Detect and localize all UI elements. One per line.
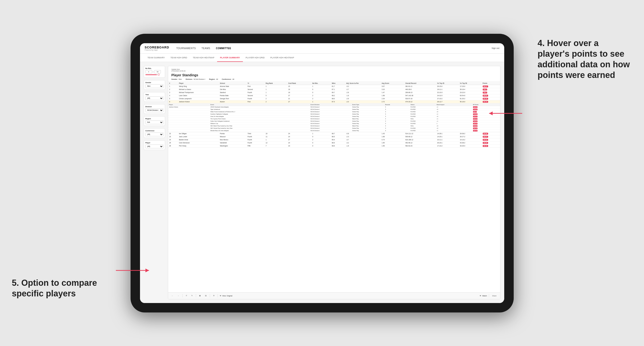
table-row[interactable]: 22 Ian Gilligan Florida Third 10 24 1 68… xyxy=(168,132,500,135)
toolbar-right: 👁 Watch Share xyxy=(480,294,498,297)
table-row[interactable]: 25 Cole Sherwood Vanderbilt Fourth 12 24… xyxy=(168,141,500,144)
filter-division-select[interactable]: NCAA Division I xyxy=(146,108,164,112)
list-item: Jackson Kolson UNCW Seahawk Intercollegi… xyxy=(168,106,500,108)
rank-badge: 40.7 xyxy=(473,111,477,113)
list-item: Amer An Intercollegiate NCAA Division I … xyxy=(168,115,500,118)
points-badge[interactable]: 60.27 xyxy=(483,136,488,138)
tab-team-h2h-grid[interactable]: TEAM H2H GRID xyxy=(168,54,190,62)
main-content: No Rds. – Gende xyxy=(140,62,504,303)
separator-5 xyxy=(489,294,489,297)
rank-badge: 25.90 xyxy=(473,125,478,127)
data-table-wrapper[interactable]: # Player School Yr Reg Rank Conf Rank No… xyxy=(168,82,500,292)
standings-title: Player Standings xyxy=(172,73,497,77)
table-row[interactable]: 5 Christo Lamprecht Georgia Tech Fourth … xyxy=(168,97,500,100)
table-row[interactable]: 3 Michael Thorbjornsen Stanford Fourth 1… xyxy=(168,91,500,94)
points-badge[interactable]: 70.2 xyxy=(483,92,488,94)
filter-region-select[interactable]: N/A xyxy=(146,120,164,124)
table-row[interactable]: 26 Petr Hruby Washington Fifth 7 23 0 68… xyxy=(168,144,500,147)
filter-conference-display: Conference: All xyxy=(222,78,234,80)
filter-conference-select[interactable]: (All) xyxy=(146,133,164,136)
logo-text: SCOREBOARD xyxy=(145,46,169,49)
table-row[interactable]: 23 Jack Lundin Missouri Fourth 11 24 0 8… xyxy=(168,135,500,138)
points-badge[interactable]: 39.95 xyxy=(483,142,488,144)
rank-badge: 69.64 xyxy=(473,106,478,108)
points-badge[interactable]: 60.02 xyxy=(483,139,488,141)
forward-button[interactable]: → xyxy=(176,295,180,297)
copy-button[interactable]: ▣ xyxy=(198,294,202,297)
list-item: The Cypress Point Classic NCAA Division … xyxy=(168,118,500,120)
tab-team-summary[interactable]: TEAM SUMMARY xyxy=(145,54,168,62)
filter-division: Division NCAA Division I xyxy=(144,104,165,114)
col-yr: Yr xyxy=(246,82,265,85)
separator-1 xyxy=(182,294,182,297)
points-badge-active[interactable]: 68.18 xyxy=(483,101,488,103)
filter-gender-label: Gender xyxy=(146,82,164,83)
rank-badge: 87.57 xyxy=(473,116,478,117)
nav-tournaments[interactable]: TOURNAMENTS xyxy=(176,46,196,50)
col-conf-rank: Conf Rank xyxy=(287,82,311,85)
filter-player-select[interactable]: (All) xyxy=(146,145,164,148)
slider-thumb[interactable] xyxy=(158,74,160,76)
tab-team-h2h-heatmap[interactable]: TEAM H2H HEATMAP xyxy=(190,54,217,62)
update-time: Update time:27/01/2024 16:56:26 xyxy=(172,68,497,72)
col-school: School xyxy=(219,82,246,85)
no-rds-min-input[interactable] xyxy=(146,70,152,73)
tab-player-h2h-grid[interactable]: PLAYER H2H GRID xyxy=(243,54,268,62)
tab-player-h2h-heatmap[interactable]: PLAYER H2H HEATMAP xyxy=(268,54,297,62)
share-button[interactable]: Share xyxy=(491,295,498,297)
points-badge[interactable]: 98.94 xyxy=(483,95,488,97)
table-row[interactable]: 1 Wenyi Ding Arizona State First 1 15 1 … xyxy=(168,85,500,88)
col-no-rds: No Rds. xyxy=(311,82,331,85)
filter-gender-select[interactable]: Men xyxy=(146,84,164,88)
rank-badge: 30.47 xyxy=(473,123,478,125)
points-badge[interactable]: 76.3 xyxy=(483,89,488,90)
annotation-4-text: 4. Hover over a player's points to see a… xyxy=(538,38,630,80)
separator-3 xyxy=(210,294,210,297)
paste-button[interactable]: ▤ xyxy=(204,294,208,297)
filter-gender: Gender Men xyxy=(144,80,165,90)
table-row[interactable]: 24 Bastien Amat New Mexico Fourth 1 27 2… xyxy=(168,138,500,141)
filter-player: Player (All) xyxy=(144,140,165,150)
list-item: Tiger Invitational NCAA Division I Strok… xyxy=(168,108,500,111)
tab-player-summary[interactable]: PLAYER SUMMARY xyxy=(217,54,243,62)
col-avg-score: Avg Score xyxy=(380,82,404,85)
table-row[interactable]: 4 Luke Claton Florida State Second 5 27 … xyxy=(168,94,500,97)
filter-no-rds: No Rds. – xyxy=(144,66,165,78)
list-item: SEC Stroke Play hosted by Jerry Pate NCA… xyxy=(168,127,500,129)
settings-button[interactable]: ⚙ xyxy=(212,294,216,297)
table-row[interactable]: 2 Michael La Sasso Ole Miss Second 1 18 … xyxy=(168,88,500,91)
points-badge[interactable]: 60.58 xyxy=(483,133,488,135)
no-rds-max-input[interactable] xyxy=(154,70,161,73)
svg-marker-1 xyxy=(489,112,493,115)
annotation-5: 5. Option to compare specific players xyxy=(12,278,102,299)
filter-conference-label: Conference xyxy=(146,130,164,132)
back-button[interactable]: ← xyxy=(170,295,174,297)
filter-year: Year (All) xyxy=(144,92,165,102)
separator-2 xyxy=(196,294,196,297)
filter-region: Region N/A xyxy=(144,116,165,126)
rank-badge: 73.33 xyxy=(473,113,478,115)
filter-year-select[interactable]: (All) xyxy=(146,96,164,100)
sign-out[interactable]: Sign out xyxy=(492,47,499,49)
slider-fill xyxy=(146,74,157,75)
watch-button[interactable]: 👁 Watch xyxy=(480,295,487,297)
redo-button[interactable]: ↻ xyxy=(190,294,194,297)
col-adj-score: Adj. Score to-Par xyxy=(345,82,380,85)
eye-icon: 👁 xyxy=(220,295,221,297)
nav-teams[interactable]: TEAMS xyxy=(202,46,210,50)
filter-year-label: Year xyxy=(146,94,164,95)
points-badge[interactable]: 80.49 xyxy=(483,98,488,100)
col-vs-top50: Vs Top 50 xyxy=(458,82,481,85)
undo-button[interactable]: ↺ xyxy=(184,294,188,297)
view-original[interactable]: 👁 View: Original xyxy=(220,295,232,297)
tooltip-row: Player Event Event Division Event Type R… xyxy=(168,103,500,132)
logo-area: SCOREBOARD Powered by clippi xyxy=(145,46,169,51)
slider-track[interactable] xyxy=(146,74,160,75)
nav-committee[interactable]: COMMITTEE xyxy=(216,46,231,50)
points-badge[interactable]: 69.27 xyxy=(483,85,488,87)
points-badge[interactable]: 38.49 xyxy=(483,145,488,147)
watch-label: Watch xyxy=(482,295,487,297)
content-area: No Rds. – Gende xyxy=(140,62,504,303)
filter-player-label: Player xyxy=(146,142,164,144)
table-row-highlighted[interactable]: 6 Jackson Kolson Auburn First 2 27 1 87.… xyxy=(168,100,500,103)
